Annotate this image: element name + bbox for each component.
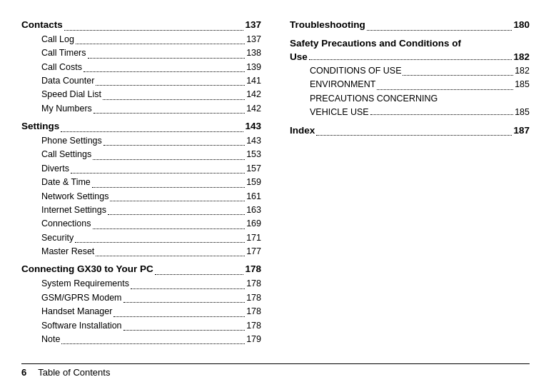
sys-req-title: System Requirements — [41, 277, 129, 291]
call-costs-title: Call Costs — [41, 61, 82, 74]
safety-title: Safety Precautions and Conditions of — [290, 36, 461, 51]
toc-columns: Contacts 137 Call Log 137 Call Timers 13… — [21, 14, 530, 349]
conditions-page: 182 — [515, 64, 530, 78]
speed-dial-entry: Speed Dial List 142 — [21, 88, 261, 101]
gsm-entry: GSM/GPRS Modem 178 — [21, 291, 261, 305]
note-page: 179 — [246, 333, 261, 346]
connecting-title: Connecting GX30 to Your PC — [21, 262, 153, 277]
connecting-section: Connecting GX30 to Your PC 178 System Re… — [21, 262, 261, 346]
connecting-page: 178 — [245, 262, 261, 277]
gsm-title: GSM/GPRS Modem — [41, 291, 122, 305]
conditions-entry: CONDITIONS OF USE 182 — [290, 64, 530, 78]
master-reset-title: Master Reset — [41, 245, 94, 258]
my-numbers-entry: My Numbers 142 — [21, 102, 261, 116]
phone-settings-entry: Phone Settings 143 — [21, 134, 261, 148]
handset-title: Handset Manager — [41, 305, 112, 318]
data-counter-page: 141 — [246, 74, 261, 88]
contacts-title: Contacts — [21, 18, 63, 33]
troubleshooting-header: Troubleshooting 180 — [290, 18, 530, 33]
footer-page-number: 6 — [21, 367, 26, 378]
connections-entry: Connections 169 — [21, 217, 261, 231]
troubleshooting-page: 180 — [513, 18, 530, 33]
index-header: Index 187 — [290, 124, 530, 139]
call-settings-entry: Call Settings 153 — [21, 148, 261, 161]
handset-entry: Handset Manager 178 — [21, 305, 261, 318]
call-settings-title: Call Settings — [41, 148, 91, 161]
page-container: Contacts 137 Call Log 137 Call Timers 13… — [21, 14, 530, 378]
troubleshooting-title: Troubleshooting — [290, 18, 365, 33]
internet-settings-title: Internet Settings — [41, 203, 106, 217]
right-column: Troubleshooting 180 Safety Precautions a… — [290, 14, 530, 349]
note-title: Note — [41, 333, 60, 346]
call-timers-title: Call Timers — [41, 46, 86, 60]
date-time-page: 159 — [246, 176, 261, 189]
security-title: Security — [41, 231, 74, 245]
my-numbers-page: 142 — [246, 102, 261, 116]
index-page: 187 — [513, 124, 530, 139]
call-settings-page: 153 — [246, 148, 261, 161]
date-time-title: Date & Time — [41, 176, 91, 189]
precautions-entry: PRECAUTIONS CONCERNING VEHICLE USE 185 — [290, 92, 530, 120]
call-timers-entry: Call Timers 138 — [21, 46, 261, 60]
safety-section: Safety Precautions and Conditions of Use… — [290, 36, 530, 120]
internet-settings-entry: Internet Settings 163 — [21, 203, 261, 217]
contacts-header: Contacts 137 — [21, 18, 261, 33]
gsm-page: 178 — [246, 291, 261, 305]
diverts-page: 157 — [246, 162, 261, 176]
precautions-title-2: VEHICLE USE — [310, 106, 369, 119]
conditions-title: CONDITIONS OF USE — [310, 64, 401, 78]
phone-settings-page: 143 — [246, 134, 261, 148]
my-numbers-title: My Numbers — [41, 102, 92, 116]
troubleshooting-section: Troubleshooting 180 — [290, 18, 530, 33]
safety-title-2: Use — [290, 50, 308, 64]
environment-title: ENVIRONMENT — [310, 78, 375, 91]
left-column: Contacts 137 Call Log 137 Call Timers 13… — [21, 14, 261, 349]
diverts-entry: Diverts 157 — [21, 162, 261, 176]
call-log-title: Call Log — [41, 33, 74, 46]
connections-page: 169 — [246, 217, 261, 231]
page-footer: 6 Table of Contents — [21, 363, 530, 378]
environment-page: 185 — [515, 78, 530, 91]
internet-settings-page: 163 — [246, 203, 261, 217]
call-timers-page: 138 — [246, 46, 261, 60]
data-counter-entry: Data Counter 141 — [21, 74, 261, 88]
safety-header: Safety Precautions and Conditions of Use… — [290, 36, 530, 64]
software-page: 178 — [246, 319, 261, 333]
master-reset-page: 177 — [246, 245, 261, 258]
call-log-page: 137 — [246, 33, 261, 46]
settings-page: 143 — [245, 119, 261, 134]
environment-entry: ENVIRONMENT 185 — [290, 78, 530, 91]
software-entry: Software Installation 178 — [21, 319, 261, 333]
speed-dial-title: Speed Dial List — [41, 88, 101, 101]
sys-req-page: 178 — [246, 277, 261, 291]
network-settings-title: Network Settings — [41, 190, 108, 203]
precautions-title: PRECAUTIONS CONCERNING — [310, 92, 438, 106]
master-reset-entry: Master Reset 177 — [21, 245, 261, 258]
settings-header: Settings 143 — [21, 119, 261, 134]
settings-section: Settings 143 Phone Settings 143 Call Set… — [21, 119, 261, 258]
data-counter-title: Data Counter — [41, 74, 94, 88]
contacts-page: 137 — [245, 18, 261, 33]
security-entry: Security 171 — [21, 231, 261, 245]
contacts-leader — [64, 18, 244, 31]
call-costs-entry: Call Costs 139 — [21, 61, 261, 74]
speed-dial-page: 142 — [246, 88, 261, 101]
phone-settings-title: Phone Settings — [41, 134, 102, 148]
call-log-entry: Call Log 137 — [21, 33, 261, 46]
network-settings-page: 161 — [246, 190, 261, 203]
sys-req-entry: System Requirements 178 — [21, 277, 261, 291]
call-costs-page: 139 — [246, 61, 261, 74]
connections-title: Connections — [41, 217, 91, 231]
date-time-entry: Date & Time 159 — [21, 176, 261, 189]
network-settings-entry: Network Settings 161 — [21, 190, 261, 203]
safety-page: 182 — [513, 50, 530, 64]
note-entry: Note 179 — [21, 333, 261, 346]
settings-title: Settings — [21, 119, 59, 134]
security-page: 171 — [246, 231, 261, 245]
index-section: Index 187 — [290, 124, 530, 139]
index-title: Index — [290, 124, 315, 139]
connecting-header: Connecting GX30 to Your PC 178 — [21, 262, 261, 277]
footer-label: Table of Contents — [38, 367, 110, 378]
software-title: Software Installation — [41, 319, 122, 333]
handset-page: 178 — [246, 305, 261, 318]
